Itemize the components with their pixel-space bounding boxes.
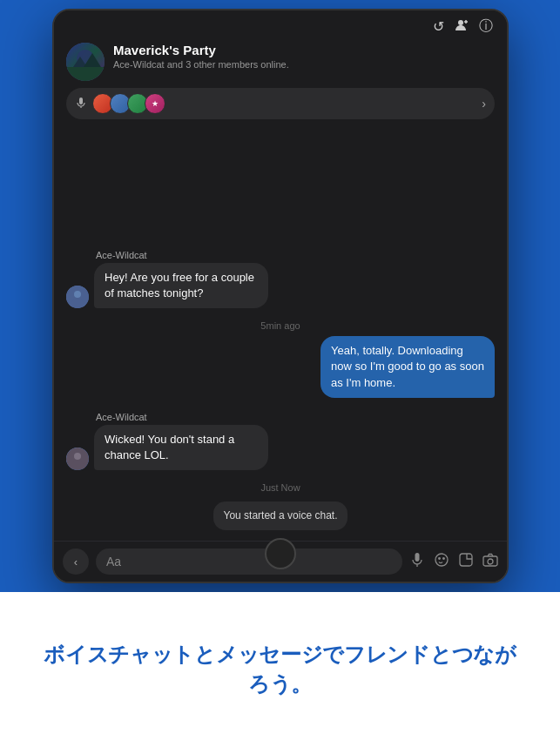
party-header: Maverick's Party Ace-Wildcat and 3 other… (54, 39, 507, 88)
party-name: Maverick's Party (113, 43, 495, 57)
message-group-2: Yeah, totally. Downloading now so I'm go… (66, 336, 495, 398)
voice-avatars: ★ (92, 93, 165, 114)
camera-icon[interactable] (482, 552, 498, 572)
back-button[interactable]: ‹ (63, 548, 89, 575)
party-avatar (66, 43, 105, 81)
party-info: Maverick's Party Ace-Wildcat and 3 other… (113, 43, 495, 70)
svg-point-12 (435, 554, 448, 566)
bubble-3: Wicked! You don't stand a chance LOL. (94, 425, 268, 470)
chat-area: Ace-Wildcat Hey! Are you free for a coup… (54, 126, 507, 541)
message-group-3: Ace-Wildcat Wicked! You don't stand a ch… (66, 412, 495, 470)
svg-point-17 (488, 559, 493, 564)
system-bubble: You started a voice chat. (213, 501, 348, 530)
microphone-icon[interactable] (409, 552, 425, 572)
home-button[interactable] (265, 538, 296, 569)
input-placeholder: Aa (106, 555, 121, 569)
top-icons-bar: ↺ ⓘ (54, 10, 507, 39)
message-row-2: Yeah, totally. Downloading now so I'm go… (66, 336, 495, 398)
person-add-icon[interactable] (455, 18, 469, 36)
message-row-3: Wicked! You don't stand a chance LOL. (66, 425, 495, 470)
voice-bar-arrow: › (482, 97, 486, 111)
screen: ↺ ⓘ (54, 10, 507, 582)
bubble-1: Hey! Are you free for a couple of matche… (94, 263, 268, 308)
timestamp-2: Just Now (66, 482, 495, 493)
sticker-icon[interactable] (458, 552, 474, 572)
bubble-2: Yeah, totally. Downloading now so I'm go… (320, 336, 495, 398)
sender-avatar-3 (66, 448, 89, 470)
message-input[interactable]: Aa (96, 548, 402, 575)
input-action-icons (409, 552, 498, 572)
voice-icon (75, 97, 87, 111)
party-members: Ace-Wildcat and 3 other members online. (113, 59, 495, 70)
device-frame: ↺ ⓘ (52, 9, 509, 583)
message-row-1: Hey! Are you free for a couple of matche… (66, 263, 495, 308)
chat-spacer (66, 133, 495, 250)
svg-point-0 (458, 20, 463, 25)
emoji-icon[interactable] (434, 552, 449, 572)
refresh-icon[interactable]: ↺ (433, 18, 444, 35)
svg-point-11 (74, 453, 81, 460)
tagline-text: ボイスチャットとメッセージでフレンドとつながろう。 (35, 640, 525, 698)
sender-avatar-1 (66, 286, 89, 308)
voice-bar[interactable]: ★ › (66, 88, 495, 119)
svg-rect-15 (460, 554, 472, 566)
timestamp-1: 5min ago (66, 320, 495, 331)
svg-rect-4 (66, 67, 105, 81)
voice-avatar-4: ★ (145, 93, 165, 114)
message-group-1: Ace-Wildcat Hey! Are you free for a coup… (66, 250, 495, 308)
svg-point-9 (74, 291, 81, 298)
sender-name-3: Ace-Wildcat (96, 412, 495, 422)
svg-point-14 (443, 557, 445, 559)
info-icon[interactable]: ⓘ (479, 17, 493, 36)
system-message-row: You started a voice chat. (66, 501, 495, 530)
svg-point-13 (439, 557, 441, 559)
tagline-area: ボイスチャットとメッセージでフレンドとつながろう。 (0, 592, 560, 747)
sender-name-1: Ace-Wildcat (96, 250, 495, 260)
